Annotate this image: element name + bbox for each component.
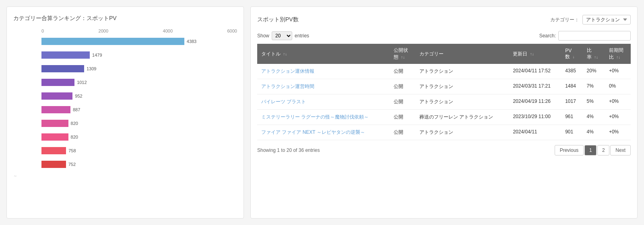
bar-container-1: 1479 [41, 51, 237, 59]
bar-fill-0 [41, 38, 184, 45]
bar-row-0: アトラクシ…4383 [41, 36, 237, 47]
cell-title-2[interactable]: バイレーツ ブラスト [257, 94, 390, 110]
search-box: Search: [539, 31, 631, 41]
bar-value-4: 952 [75, 94, 82, 98]
page-2-button[interactable]: 2 [597, 145, 609, 155]
bar-container-6: 820 [41, 119, 237, 127]
cell-updated-0: 2024/04/11 17:52 [509, 64, 561, 79]
bar-value-6: 820 [71, 121, 78, 126]
table-footer: Showing 1 to 20 of 36 entries Previous 1… [257, 145, 631, 155]
sort-icon-title: ↑↓ [283, 52, 287, 56]
showing-text: Showing 1 to 20 of 36 entries [257, 147, 320, 153]
chart-area: 0 2000 4000 6000 アトラクシ…4383アトラクシ…1479レスト… [13, 29, 237, 170]
bar-container-8: 758 [41, 147, 237, 155]
bar-container-9: 752 [41, 160, 237, 168]
bar-fill-6 [41, 120, 68, 127]
bar-row-5: ファイア …887 [41, 104, 237, 115]
right-panel-title: スポット別PV数 [257, 16, 299, 23]
cell-pv-3: 961 [561, 110, 582, 125]
col-title: タイトル ↑↓ [257, 44, 390, 64]
bar-value-8: 758 [68, 148, 76, 153]
bar-container-2: 1309 [41, 65, 237, 73]
sort-icon-status: ↑↓ [401, 55, 405, 59]
bar-container-7: 820 [41, 133, 237, 141]
bar-fill-4 [41, 92, 72, 100]
bar-container-3: 1012 [41, 78, 237, 86]
cell-status-1: 公開 [390, 79, 415, 94]
col-status: 公開状態 ↑↓ [390, 44, 415, 64]
bar-fill-9 [41, 161, 66, 168]
cell-category-2: アトラクション [415, 94, 509, 110]
cell-category-3: 葬送のフリーレン アトラクション [415, 110, 509, 125]
cell-prev-0: +0% [605, 64, 631, 79]
category-select[interactable]: アトラクションレストランショーその他 [582, 15, 631, 25]
show-label: Show [257, 33, 269, 39]
table-controls: Show 20 50 100 entries Search: [257, 31, 631, 41]
bar-row-7: バンパーボート820 [41, 131, 237, 143]
cell-updated-4: 2024/04/11 [509, 125, 561, 140]
cell-prev-1: 0% [605, 79, 631, 94]
bar-fill-5 [41, 106, 70, 113]
x-label-6000: 6000 [227, 29, 237, 33]
bar-row-1: アトラクシ…1479 [41, 49, 237, 61]
category-filter: カテゴリー： アトラクションレストランショーその他 [550, 15, 631, 25]
table-body: アトラクション運休情報公開アトラクション2024/04/11 17:524385… [257, 64, 631, 140]
col-ratio: 比率 ↑↓ [583, 44, 605, 64]
bar-row-4: ミステリーラ…952 [41, 90, 237, 102]
left-panel-title: カテゴリー合算ランキング：スポットPV [13, 15, 237, 22]
bar-value-0: 4383 [187, 39, 196, 44]
cell-status-2: 公開 [390, 94, 415, 110]
search-label: Search: [539, 33, 556, 39]
page-1-button[interactable]: 1 [584, 145, 597, 155]
sort-icon-updated: ↑↓ [530, 52, 534, 56]
table-row: ミステリーラリー ラグーナの怪～魔物討伐依頼～公開葬送のフリーレン アトラクショ… [257, 110, 631, 125]
sort-icon-prev: ↑↓ [616, 55, 620, 59]
bar-value-7: 820 [71, 135, 78, 139]
bar-row-8: アクア …758 [41, 145, 237, 156]
col-prev: 前期間比 ↑↓ [605, 44, 631, 64]
bar-value-2: 1309 [87, 66, 96, 71]
bar-row-2: レストラン運…1309 [41, 63, 237, 74]
sort-icon-pv: ↓ [573, 55, 575, 59]
previous-button[interactable]: Previous [555, 145, 584, 155]
cell-title-3[interactable]: ミステリーラリー ラグーナの怪～魔物討伐依頼～ [257, 110, 390, 125]
bar-row-9: ピノキオ752 [41, 159, 237, 170]
cell-pv-1: 1484 [561, 79, 582, 94]
cell-updated-1: 2024/03/31 17:21 [509, 79, 561, 94]
x-axis: 0 2000 4000 6000 [41, 29, 237, 33]
cell-status-3: 公開 [390, 110, 415, 125]
data-table: タイトル ↑↓ 公開状態 ↑↓ カテゴリー 更新日 ↑↓ PV数 ↓ 比率 ↑↓… [257, 44, 631, 140]
bar-value-9: 752 [68, 162, 76, 167]
right-panel: スポット別PV数 カテゴリー： アトラクションレストランショーその他 Show … [250, 6, 638, 219]
cell-ratio-3: 4% [583, 110, 605, 125]
table-row: アトラクション運休情報公開アトラクション2024/04/11 17:524385… [257, 64, 631, 79]
col-updated: 更新日 ↑↓ [509, 44, 561, 64]
cell-status-0: 公開 [390, 64, 415, 79]
cell-ratio-4: 4% [583, 125, 605, 140]
show-select[interactable]: 20 50 100 [272, 31, 292, 40]
bar-value-5: 887 [73, 107, 80, 112]
search-input[interactable] [558, 31, 631, 41]
next-button[interactable]: Next [610, 145, 631, 155]
left-panel: カテゴリー合算ランキング：スポットPV 0 2000 4000 6000 アトラ… [6, 6, 244, 219]
cell-prev-4: +0% [605, 125, 631, 140]
cell-updated-3: 2023/10/29 11:00 [509, 110, 561, 125]
cell-title-1[interactable]: アトラクション運営時間 [257, 79, 390, 94]
cell-category-4: アトラクション [415, 125, 509, 140]
chart-watermark: ～ [13, 173, 237, 179]
sort-icon-ratio: ↑↓ [594, 55, 598, 59]
cell-title-0[interactable]: アトラクション運休情報 [257, 64, 390, 79]
cell-title-4[interactable]: ファイア ファイア NEXT ～レビヤタンの逆襲～ [257, 125, 390, 140]
cell-prev-3: +0% [605, 110, 631, 125]
bar-container-5: 887 [41, 106, 237, 114]
cell-category-1: アトラクション [415, 79, 509, 94]
bar-row-6: レジェンド…820 [41, 118, 237, 129]
show-entries: Show 20 50 100 entries [257, 31, 309, 40]
pagination: Previous 1 2 Next [555, 145, 631, 155]
table-row: ファイア ファイア NEXT ～レビヤタンの逆襲～公開アトラクション2024/0… [257, 125, 631, 140]
bar-value-1: 1479 [92, 53, 102, 57]
bar-value-3: 1012 [77, 80, 87, 85]
cell-category-0: アトラクション [415, 64, 509, 79]
x-label-4000: 4000 [163, 29, 173, 33]
col-category: カテゴリー [415, 44, 509, 64]
